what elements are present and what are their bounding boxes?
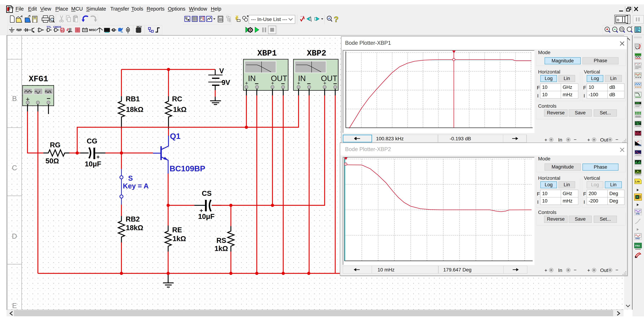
svg-text:9V: 9V [222,78,230,86]
svg-text:RC: RC [172,95,182,103]
svg-text:IN: IN [248,74,256,83]
svg-text:CMOS: CMOS [53,26,61,28]
svg-text:D: D [12,232,17,240]
svg-text:+: + [245,80,248,86]
svg-text:1kΩ: 1kΩ [173,106,187,113]
svg-text:RE: RE [172,226,182,234]
svg-text:#TK: #TK [636,213,640,215]
svg-text:RS: RS [216,236,226,244]
svg-text:#AG: #AG [635,237,640,240]
svg-text:+: + [323,80,326,86]
svg-text:TTL: TTL [46,26,52,28]
svg-text:d1: d1 [61,29,65,32]
svg-text:--- In-Use List ---: --- In-Use List --- [251,16,287,22]
svg-text:o: o [617,17,619,22]
svg-text:V: V [219,67,224,75]
svg-text:+: + [200,207,203,214]
svg-text:MCU: MCU [136,26,142,28]
svg-text:Q1: Q1 [170,132,180,141]
svg-text:RB1: RB1 [126,95,140,103]
svg-text:E: E [12,302,17,310]
svg-text:XFG1: XFG1 [29,74,48,84]
svg-text:RB2: RB2 [126,215,140,223]
svg-text:MISC: MISC [89,28,96,32]
svg-text:10μF: 10μF [85,160,101,168]
svg-text:18kΩ: 18kΩ [126,224,143,232]
svg-text:+: + [297,80,300,86]
svg-text:8888: 8888 [635,102,640,104]
svg-text:XBP1: XBP1 [257,49,277,58]
svg-text:FRA: FRA [635,244,640,247]
svg-text:S: S [128,174,133,182]
svg-text:Key = A: Key = A [123,182,148,190]
svg-text:C: C [12,164,17,172]
svg-text:1.4v: 1.4v [635,180,640,183]
svg-text:50Ω: 50Ω [46,157,59,165]
svg-text:+: + [96,154,100,160]
svg-text:BC109BP: BC109BP [170,164,205,173]
svg-text:CS: CS [202,190,212,197]
svg-text:XBP2: XBP2 [307,49,326,58]
svg-text:18kΩ: 18kΩ [126,106,144,113]
svg-text:?: ? [334,15,338,24]
svg-text:CG: CG [87,137,97,145]
svg-text:RG: RG [50,141,60,149]
svg-text:B: B [12,95,17,102]
svg-text:M: M [112,28,115,32]
svg-text:10μF: 10μF [198,212,214,220]
svg-text:1kΩ: 1kΩ [172,235,186,242]
svg-text:1kΩ: 1kΩ [214,245,228,252]
svg-text:+: + [271,80,274,86]
svg-text:AG: AG [638,144,641,147]
